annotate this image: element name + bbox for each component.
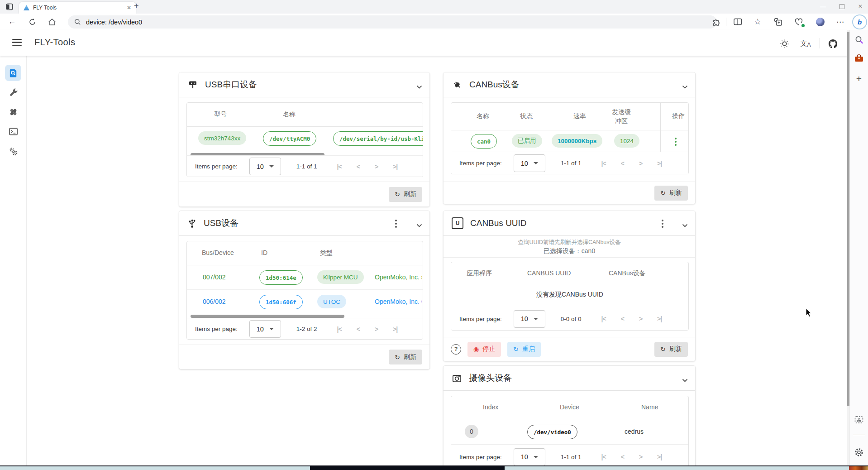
panel-camera: 摄像头设备 Index Device Name 0 /dev/video0 ce… [443, 365, 696, 470]
github-icon[interactable] [826, 37, 839, 50]
menu-hamburger-icon[interactable] [12, 39, 22, 46]
address-bar[interactable]: device: /dev/video0 [68, 15, 717, 29]
favorites-star-icon[interactable]: ☆ [751, 15, 764, 29]
page-size-select[interactable]: 10 [514, 154, 545, 172]
minimize-button[interactable]: — [820, 3, 826, 10]
usb-id-chip[interactable]: 1d50:606f [259, 295, 303, 309]
sidebar-search-icon[interactable] [850, 35, 868, 45]
paginator-nav: |<<>>| [337, 326, 398, 333]
panel-usb-header[interactable]: USB设备 [179, 211, 429, 236]
more-options-icon[interactable] [395, 220, 397, 228]
refresh-button[interactable]: ↻刷新 [389, 350, 422, 364]
refresh-icon[interactable] [25, 15, 39, 29]
chevron-down-icon[interactable] [682, 221, 688, 230]
last-page-button[interactable]: >| [657, 315, 662, 322]
prev-page-button[interactable]: < [357, 163, 360, 170]
app-sidebar [0, 56, 27, 465]
split-screen-icon[interactable] [731, 15, 744, 29]
prev-page-button[interactable]: < [621, 315, 624, 322]
copilot-icon[interactable]: b [852, 14, 867, 29]
camera-device-chip[interactable]: /dev/video0 [527, 425, 577, 439]
extensions-icon[interactable] [709, 15, 723, 29]
chevron-down-icon[interactable] [416, 221, 422, 230]
home-icon[interactable] [45, 15, 59, 29]
column-header: 操作 [672, 112, 685, 120]
close-button[interactable]: ✕ [858, 3, 863, 10]
usb-type-chip: UTOC [317, 295, 346, 308]
next-page-button[interactable]: > [639, 453, 642, 460]
can-status-chip: 已启用 [512, 134, 542, 148]
camera-index-chip: 0 [465, 425, 478, 438]
page-size-select[interactable]: 10 [249, 158, 281, 175]
sidebar-toolbox-icon[interactable] [850, 54, 868, 62]
settings-more-icon[interactable]: ⋯ [834, 15, 847, 29]
next-page-button[interactable]: > [639, 160, 642, 167]
new-tab-button[interactable]: + [134, 1, 139, 11]
workspaces-icon[interactable] [6, 3, 13, 12]
theme-toggle-icon[interactable] [777, 37, 791, 50]
next-page-button[interactable]: > [375, 163, 378, 170]
sidebar-item-device-search[interactable] [5, 65, 21, 81]
site-favicon-icon [24, 5, 29, 10]
first-page-button[interactable]: |< [601, 160, 606, 167]
usb-vendor: OpenMoko, Inc. C [375, 298, 422, 305]
maximize-button[interactable] [839, 4, 844, 9]
page-size-select[interactable]: 10 [249, 320, 281, 338]
refresh-button[interactable]: ↻刷新 [389, 187, 422, 202]
sidebar-item-tools[interactable] [5, 84, 21, 101]
browser-essentials-icon[interactable] [792, 15, 806, 29]
browser-tab[interactable]: FLY-Tools ✕ [19, 2, 136, 14]
more-options-icon[interactable] [662, 220, 663, 228]
sidebar-item-settings[interactable] [5, 143, 21, 159]
sidebar-screenshot-icon[interactable] [850, 415, 868, 425]
panel-canbus-uuid-header[interactable]: U CANBus UUID [444, 211, 695, 236]
stop-icon: ◉ [473, 345, 479, 353]
stop-button[interactable]: ◉停止 [467, 342, 501, 357]
browser-tabstrip: FLY-Tools ✕ + — ✕ [0, 0, 868, 14]
refresh-button[interactable]: ↻刷新 [654, 342, 688, 357]
last-page-button[interactable]: >| [393, 326, 397, 333]
first-page-button[interactable]: |< [337, 326, 342, 333]
sidebar-settings-icon[interactable] [850, 447, 868, 457]
sidebar-add-icon[interactable]: + [850, 73, 868, 84]
back-icon[interactable]: ← [5, 15, 19, 29]
tab-close-icon[interactable]: ✕ [127, 5, 131, 11]
collections-icon[interactable] [771, 15, 785, 29]
bus-device: 006/002 [203, 298, 226, 305]
translate-icon[interactable]: 文A [799, 37, 812, 50]
last-page-button[interactable]: >| [657, 160, 662, 167]
gears-icon [8, 146, 19, 157]
prev-page-button[interactable]: < [621, 453, 624, 460]
column-header: 名称 [477, 112, 489, 120]
panel-camera-header[interactable]: 摄像头设备 [444, 366, 695, 391]
usb-id-chip[interactable]: 1d50:614e [259, 270, 303, 285]
chevron-down-icon[interactable] [682, 83, 688, 91]
row-actions-icon[interactable] [675, 138, 677, 146]
device-name-chip[interactable]: /dev/ttyACM0 [263, 131, 316, 146]
chevron-down-icon[interactable] [416, 83, 422, 91]
sidebar-item-terminal[interactable] [5, 123, 21, 139]
horizontal-scrollbar[interactable] [191, 315, 344, 318]
page-size-select[interactable]: 10 [514, 448, 545, 466]
next-page-button[interactable]: > [375, 326, 378, 333]
page-size-select[interactable]: 10 [514, 310, 545, 328]
refresh-button[interactable]: ↻刷新 [654, 186, 688, 201]
canbus-cable-icon [452, 79, 463, 90]
last-page-button[interactable]: >| [657, 453, 662, 460]
prev-page-button[interactable]: < [357, 326, 360, 333]
device-path-chip[interactable]: /dev/serial/by-id/usb-Klipper_st [333, 131, 423, 146]
help-icon[interactable]: ? [451, 344, 461, 355]
panel-usb-serial-header[interactable]: USB串口设备 [179, 72, 429, 97]
sidebar-item-patch[interactable] [5, 104, 21, 120]
profile-avatar[interactable] [813, 15, 827, 29]
can-name-chip[interactable]: can0 [471, 134, 497, 149]
last-page-button[interactable]: >| [393, 163, 397, 170]
prev-page-button[interactable]: < [621, 160, 624, 167]
panel-canbus-header[interactable]: CANBus设备 [444, 72, 695, 97]
first-page-button[interactable]: |< [601, 315, 606, 322]
first-page-button[interactable]: |< [601, 453, 606, 460]
chevron-down-icon[interactable] [682, 376, 688, 384]
restart-button[interactable]: ↻重启 [507, 342, 541, 357]
first-page-button[interactable]: |< [337, 163, 342, 170]
next-page-button[interactable]: > [639, 315, 642, 322]
